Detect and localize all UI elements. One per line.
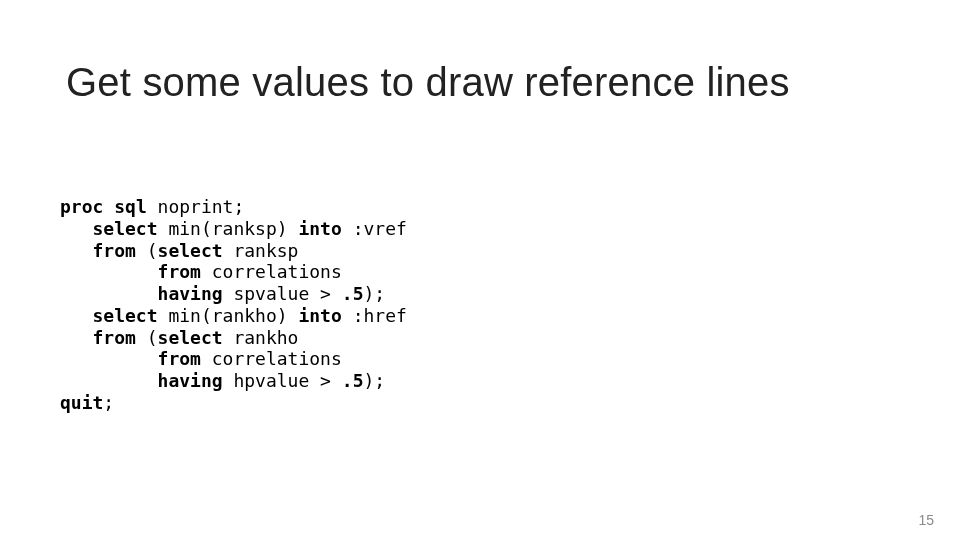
txt: ); bbox=[363, 370, 385, 391]
indent bbox=[60, 370, 158, 391]
txt: noprint; bbox=[147, 196, 245, 217]
txt: :vref bbox=[342, 218, 407, 239]
slide-title: Get some values to draw reference lines bbox=[66, 60, 790, 105]
kw-quit: quit bbox=[60, 392, 103, 413]
txt: min(ranksp) bbox=[158, 218, 299, 239]
kw-from: from bbox=[158, 348, 201, 369]
txt: rankho bbox=[223, 327, 299, 348]
indent bbox=[60, 240, 93, 261]
txt: ( bbox=[136, 327, 158, 348]
kw-select: select bbox=[93, 305, 158, 326]
indent bbox=[60, 218, 93, 239]
txt: ranksp bbox=[223, 240, 299, 261]
slide: Get some values to draw reference lines … bbox=[0, 0, 960, 540]
page-number: 15 bbox=[918, 512, 934, 528]
kw-from: from bbox=[93, 240, 136, 261]
txt: hpvalue > bbox=[223, 370, 342, 391]
txt: ( bbox=[136, 240, 158, 261]
txt: :href bbox=[342, 305, 407, 326]
kw-having: having bbox=[158, 370, 223, 391]
kw-having: having bbox=[158, 283, 223, 304]
kw-select: select bbox=[93, 218, 158, 239]
kw-dot: . bbox=[342, 283, 353, 304]
kw-into: into bbox=[298, 305, 341, 326]
txt: correlations bbox=[201, 348, 342, 369]
code-block: proc sql noprint; select min(ranksp) int… bbox=[60, 196, 407, 414]
indent bbox=[60, 305, 93, 326]
indent bbox=[60, 283, 158, 304]
kw-from: from bbox=[93, 327, 136, 348]
sp bbox=[103, 196, 114, 217]
kw-five: 5 bbox=[353, 283, 364, 304]
txt: ); bbox=[363, 283, 385, 304]
txt: ; bbox=[103, 392, 114, 413]
kw-into: into bbox=[298, 218, 341, 239]
txt: correlations bbox=[201, 261, 342, 282]
kw-sql: sql bbox=[114, 196, 147, 217]
txt: min(rankho) bbox=[158, 305, 299, 326]
kw-dot: . bbox=[342, 370, 353, 391]
indent bbox=[60, 261, 158, 282]
kw-five: 5 bbox=[353, 370, 364, 391]
kw-proc: proc bbox=[60, 196, 103, 217]
kw-from: from bbox=[158, 261, 201, 282]
indent bbox=[60, 327, 93, 348]
txt: spvalue > bbox=[223, 283, 342, 304]
indent bbox=[60, 348, 158, 369]
kw-select: select bbox=[158, 327, 223, 348]
kw-select: select bbox=[158, 240, 223, 261]
